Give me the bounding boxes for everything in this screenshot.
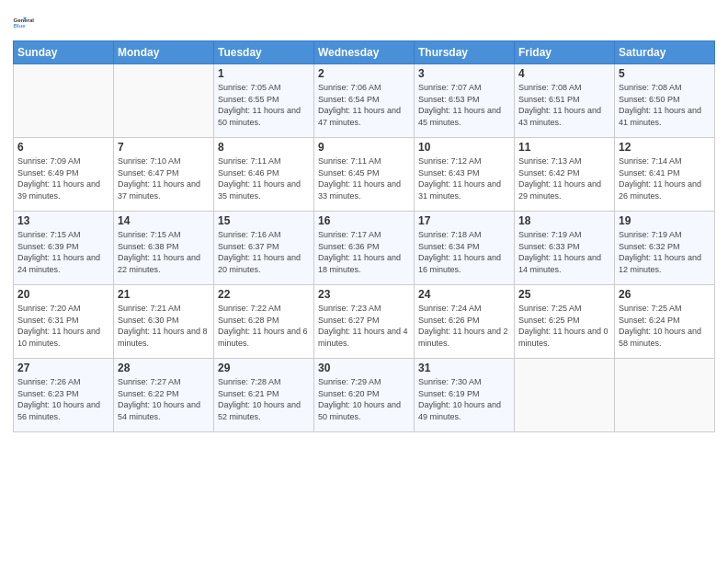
day-number: 19	[619, 214, 711, 227]
week-row-3: 13Sunrise: 7:15 AMSunset: 6:39 PMDayligh…	[14, 212, 715, 285]
day-cell: 25Sunrise: 7:25 AMSunset: 6:25 PMDayligh…	[515, 285, 615, 359]
day-cell: 19Sunrise: 7:19 AMSunset: 6:32 PMDayligh…	[615, 212, 715, 285]
day-cell: 4Sunrise: 7:08 AMSunset: 6:51 PMDaylight…	[515, 64, 615, 138]
day-cell	[114, 64, 214, 138]
weekday-header-saturday: Saturday	[615, 41, 715, 64]
day-cell: 12Sunrise: 7:14 AMSunset: 6:41 PMDayligh…	[615, 138, 715, 212]
weekday-header-sunday: Sunday	[14, 41, 114, 64]
day-cell: 30Sunrise: 7:29 AMSunset: 6:20 PMDayligh…	[314, 359, 415, 432]
day-info: Sunrise: 7:27 AMSunset: 6:22 PMDaylight:…	[118, 376, 210, 422]
day-info: Sunrise: 7:11 AMSunset: 6:45 PMDaylight:…	[318, 155, 410, 201]
weekday-header-tuesday: Tuesday	[214, 41, 314, 64]
day-cell: 26Sunrise: 7:25 AMSunset: 6:24 PMDayligh…	[615, 285, 715, 359]
day-cell: 7Sunrise: 7:10 AMSunset: 6:47 PMDaylight…	[114, 138, 214, 212]
day-number: 21	[118, 288, 210, 301]
day-cell: 21Sunrise: 7:21 AMSunset: 6:30 PMDayligh…	[114, 285, 214, 359]
day-info: Sunrise: 7:25 AMSunset: 6:24 PMDaylight:…	[619, 303, 711, 349]
day-info: Sunrise: 7:12 AMSunset: 6:43 PMDaylight:…	[418, 155, 510, 201]
day-info: Sunrise: 7:19 AMSunset: 6:32 PMDaylight:…	[619, 229, 711, 275]
day-info: Sunrise: 7:08 AMSunset: 6:51 PMDaylight:…	[518, 82, 610, 128]
day-number: 5	[619, 67, 711, 80]
day-number: 6	[17, 141, 109, 154]
day-info: Sunrise: 7:23 AMSunset: 6:27 PMDaylight:…	[318, 303, 410, 349]
day-info: Sunrise: 7:09 AMSunset: 6:49 PMDaylight:…	[17, 155, 109, 201]
day-cell: 10Sunrise: 7:12 AMSunset: 6:43 PMDayligh…	[415, 138, 515, 212]
weekday-header-monday: Monday	[114, 41, 214, 64]
day-number: 15	[218, 214, 310, 227]
day-number: 22	[218, 288, 310, 301]
day-number: 29	[218, 362, 310, 374]
day-cell	[14, 64, 114, 138]
day-cell: 17Sunrise: 7:18 AMSunset: 6:34 PMDayligh…	[415, 212, 515, 285]
day-cell: 20Sunrise: 7:20 AMSunset: 6:31 PMDayligh…	[14, 285, 114, 359]
weekday-header-wednesday: Wednesday	[314, 41, 415, 64]
day-info: Sunrise: 7:22 AMSunset: 6:28 PMDaylight:…	[218, 303, 310, 349]
day-cell: 31Sunrise: 7:30 AMSunset: 6:19 PMDayligh…	[415, 359, 515, 432]
day-cell: 16Sunrise: 7:17 AMSunset: 6:36 PMDayligh…	[314, 212, 415, 285]
day-number: 12	[619, 141, 711, 154]
day-number: 2	[318, 67, 410, 80]
day-info: Sunrise: 7:26 AMSunset: 6:23 PMDaylight:…	[17, 376, 109, 422]
week-row-5: 27Sunrise: 7:26 AMSunset: 6:23 PMDayligh…	[14, 359, 715, 432]
weekday-header-thursday: Thursday	[415, 41, 515, 64]
day-cell	[515, 359, 615, 432]
day-info: Sunrise: 7:24 AMSunset: 6:26 PMDaylight:…	[418, 303, 510, 349]
day-info: Sunrise: 7:30 AMSunset: 6:19 PMDaylight:…	[418, 376, 510, 422]
day-info: Sunrise: 7:06 AMSunset: 6:54 PMDaylight:…	[318, 82, 410, 128]
day-number: 4	[518, 67, 610, 80]
day-number: 28	[118, 362, 210, 374]
day-cell: 15Sunrise: 7:16 AMSunset: 6:37 PMDayligh…	[214, 212, 314, 285]
day-info: Sunrise: 7:11 AMSunset: 6:46 PMDaylight:…	[218, 155, 310, 201]
day-cell: 2Sunrise: 7:06 AMSunset: 6:54 PMDaylight…	[314, 64, 415, 138]
svg-text:Blue: Blue	[13, 23, 26, 29]
logo-icon: General Blue	[13, 9, 39, 35]
day-info: Sunrise: 7:28 AMSunset: 6:21 PMDaylight:…	[218, 376, 310, 422]
day-number: 31	[418, 362, 510, 374]
day-info: Sunrise: 7:19 AMSunset: 6:33 PMDaylight:…	[518, 229, 610, 275]
day-info: Sunrise: 7:21 AMSunset: 6:30 PMDaylight:…	[118, 303, 210, 349]
day-info: Sunrise: 7:10 AMSunset: 6:47 PMDaylight:…	[118, 155, 210, 201]
weekday-header-row: SundayMondayTuesdayWednesdayThursdayFrid…	[14, 41, 715, 64]
day-number: 20	[17, 288, 109, 301]
day-number: 3	[418, 67, 510, 80]
day-number: 14	[118, 214, 210, 227]
day-number: 1	[218, 67, 310, 80]
day-cell: 22Sunrise: 7:22 AMSunset: 6:28 PMDayligh…	[214, 285, 314, 359]
day-info: Sunrise: 7:16 AMSunset: 6:37 PMDaylight:…	[218, 229, 310, 275]
day-number: 13	[17, 214, 109, 227]
day-info: Sunrise: 7:15 AMSunset: 6:38 PMDaylight:…	[118, 229, 210, 275]
day-number: 30	[318, 362, 410, 374]
day-info: Sunrise: 7:05 AMSunset: 6:55 PMDaylight:…	[218, 82, 310, 128]
day-cell	[615, 359, 715, 432]
day-cell: 5Sunrise: 7:08 AMSunset: 6:50 PMDaylight…	[615, 64, 715, 138]
day-cell: 24Sunrise: 7:24 AMSunset: 6:26 PMDayligh…	[415, 285, 515, 359]
day-number: 10	[418, 141, 510, 154]
logo: General Blue	[13, 9, 39, 35]
day-number: 24	[418, 288, 510, 301]
page-container: General Blue SundayMondayTuesdayWednesda…	[0, 0, 728, 563]
day-info: Sunrise: 7:08 AMSunset: 6:50 PMDaylight:…	[619, 82, 711, 128]
day-cell: 14Sunrise: 7:15 AMSunset: 6:38 PMDayligh…	[114, 212, 214, 285]
day-info: Sunrise: 7:15 AMSunset: 6:39 PMDaylight:…	[17, 229, 109, 275]
day-number: 23	[318, 288, 410, 301]
day-number: 27	[17, 362, 109, 374]
day-cell: 3Sunrise: 7:07 AMSunset: 6:53 PMDaylight…	[415, 64, 515, 138]
day-number: 11	[518, 141, 610, 154]
day-info: Sunrise: 7:29 AMSunset: 6:20 PMDaylight:…	[318, 376, 410, 422]
day-number: 16	[318, 214, 410, 227]
week-row-1: 1Sunrise: 7:05 AMSunset: 6:55 PMDaylight…	[14, 64, 715, 138]
day-number: 7	[118, 141, 210, 154]
week-row-4: 20Sunrise: 7:20 AMSunset: 6:31 PMDayligh…	[14, 285, 715, 359]
day-cell: 27Sunrise: 7:26 AMSunset: 6:23 PMDayligh…	[14, 359, 114, 432]
day-info: Sunrise: 7:17 AMSunset: 6:36 PMDaylight:…	[318, 229, 410, 275]
day-number: 17	[418, 214, 510, 227]
day-number: 8	[218, 141, 310, 154]
day-cell: 8Sunrise: 7:11 AMSunset: 6:46 PMDaylight…	[214, 138, 314, 212]
day-cell: 18Sunrise: 7:19 AMSunset: 6:33 PMDayligh…	[515, 212, 615, 285]
day-info: Sunrise: 7:13 AMSunset: 6:42 PMDaylight:…	[518, 155, 610, 201]
header: General Blue	[13, 9, 715, 35]
day-info: Sunrise: 7:14 AMSunset: 6:41 PMDaylight:…	[619, 155, 711, 201]
day-cell: 29Sunrise: 7:28 AMSunset: 6:21 PMDayligh…	[214, 359, 314, 432]
week-row-2: 6Sunrise: 7:09 AMSunset: 6:49 PMDaylight…	[14, 138, 715, 212]
day-cell: 6Sunrise: 7:09 AMSunset: 6:49 PMDaylight…	[14, 138, 114, 212]
